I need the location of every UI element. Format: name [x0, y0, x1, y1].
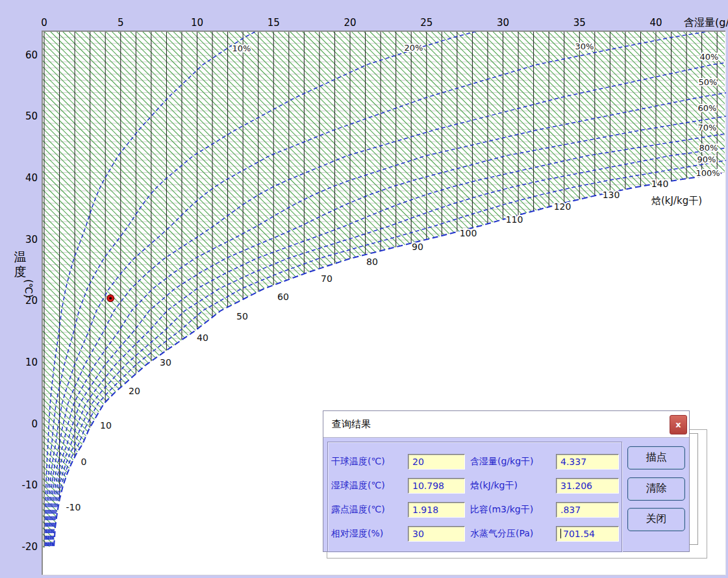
- svg-text:40: 40: [197, 333, 208, 343]
- clear-button[interactable]: 清除: [627, 477, 685, 501]
- svg-text:40: 40: [649, 17, 662, 29]
- dialog-titlebar[interactable]: 查询结果 x: [323, 411, 689, 438]
- vapor-pressure-field[interactable]: 701.54: [556, 526, 619, 542]
- dry-bulb-label: 干球温度(℃): [331, 456, 385, 468]
- svg-text:10: 10: [191, 17, 203, 29]
- svg-text:90: 90: [412, 242, 423, 252]
- svg-text:20: 20: [129, 386, 140, 396]
- svg-text:40%: 40%: [700, 52, 719, 62]
- x-axis-label: 含湿量(g/kg干): [684, 16, 728, 29]
- svg-text:80%: 80%: [699, 143, 718, 153]
- svg-text:70: 70: [321, 273, 333, 284]
- svg-text:0: 0: [41, 17, 47, 29]
- svg-text:60%: 60%: [698, 103, 717, 113]
- dry-bulb-field[interactable]: 20: [408, 454, 465, 470]
- svg-text:(℃): (℃): [23, 279, 34, 298]
- relative-humidity-field[interactable]: 30: [408, 526, 465, 542]
- svg-text:60: 60: [25, 49, 38, 61]
- relative-humidity-value: 30: [412, 529, 424, 539]
- enthalpy-field[interactable]: 31.206: [556, 478, 619, 494]
- wet-bulb-label: 湿球温度(℃): [331, 480, 385, 492]
- svg-text:度: 度: [14, 264, 27, 279]
- svg-text:50: 50: [25, 110, 38, 122]
- query-result-dialog: 查询结果 x 干球温度(℃) 20 含湿量(g/kg干) 4.337 湿球温度(…: [323, 410, 690, 552]
- text-cursor: [560, 529, 561, 538]
- relative-humidity-label: 相对湿度(%): [331, 528, 383, 540]
- moisture-field[interactable]: 4.337: [556, 454, 619, 470]
- dry-bulb-value: 20: [412, 457, 424, 467]
- svg-text:10: 10: [100, 420, 112, 431]
- svg-text:120: 120: [554, 201, 571, 212]
- svg-text:-20: -20: [22, 541, 38, 553]
- moisture-label: 含湿量(g/kg干): [470, 456, 534, 468]
- svg-text:20: 20: [344, 17, 356, 29]
- svg-text:40: 40: [25, 172, 38, 184]
- svg-text:30: 30: [497, 17, 509, 29]
- svg-text:50%: 50%: [699, 77, 718, 87]
- svg-text:80: 80: [366, 257, 378, 267]
- svg-text:90%: 90%: [697, 155, 716, 164]
- svg-text:温: 温: [14, 249, 27, 264]
- plot-point-button[interactable]: 描点: [627, 446, 685, 470]
- y-axis: 6050403020100-10-20温度(℃): [14, 49, 38, 553]
- svg-text:15: 15: [268, 17, 280, 29]
- svg-text:30: 30: [25, 234, 38, 245]
- dew-point-label: 露点温度(℃): [331, 504, 385, 516]
- svg-text:130: 130: [603, 190, 620, 200]
- svg-text:30%: 30%: [575, 42, 594, 51]
- svg-text:100: 100: [460, 228, 477, 238]
- close-button[interactable]: 关闭: [627, 508, 685, 531]
- vapor-pressure-label: 水蒸气分压(Pa): [470, 528, 533, 540]
- svg-text:10%: 10%: [232, 44, 251, 53]
- svg-text:60: 60: [277, 292, 289, 302]
- x-axis: 0510152025303540含湿量(g/kg干): [41, 16, 728, 29]
- enthalpy-value: 31.206: [560, 481, 592, 491]
- svg-text:70%: 70%: [698, 123, 717, 132]
- specific-volume-label: 比容(m3/kg干): [470, 504, 533, 516]
- svg-text:25: 25: [420, 17, 433, 29]
- svg-text:50: 50: [236, 311, 248, 321]
- enthalpy-label: 焓(kJ/kg干): [470, 480, 518, 492]
- enthalpy-axis-label: 焓(kJ/kg干): [651, 195, 702, 207]
- svg-text:10: 10: [25, 357, 38, 368]
- dialog-title: 查询结果: [332, 418, 371, 431]
- svg-text:35: 35: [573, 17, 586, 29]
- svg-text:110: 110: [506, 214, 523, 225]
- svg-text:-10: -10: [22, 479, 38, 491]
- wet-bulb-field[interactable]: 10.798: [408, 478, 465, 494]
- wet-bulb-value: 10.798: [412, 481, 444, 491]
- svg-text:100%: 100%: [696, 168, 720, 178]
- vapor-pressure-value: 701.54: [563, 529, 595, 539]
- plotted-point: [107, 295, 114, 302]
- svg-text:0: 0: [31, 418, 38, 430]
- svg-text:-10: -10: [66, 502, 81, 512]
- svg-text:0: 0: [81, 457, 87, 467]
- specific-volume-value: .837: [560, 505, 581, 515]
- close-icon[interactable]: x: [670, 415, 687, 434]
- specific-volume-field[interactable]: .837: [556, 502, 619, 518]
- dew-point-field[interactable]: 1.918: [408, 502, 465, 518]
- svg-text:5: 5: [118, 17, 124, 29]
- dew-point-value: 1.918: [412, 505, 438, 515]
- moisture-value: 4.337: [560, 457, 586, 467]
- app-window: { "colors": { "window_bg": "#c8c8f2", "h…: [0, 0, 728, 578]
- svg-text:20%: 20%: [405, 43, 423, 53]
- svg-text:30: 30: [160, 357, 171, 368]
- svg-text:140: 140: [651, 179, 669, 189]
